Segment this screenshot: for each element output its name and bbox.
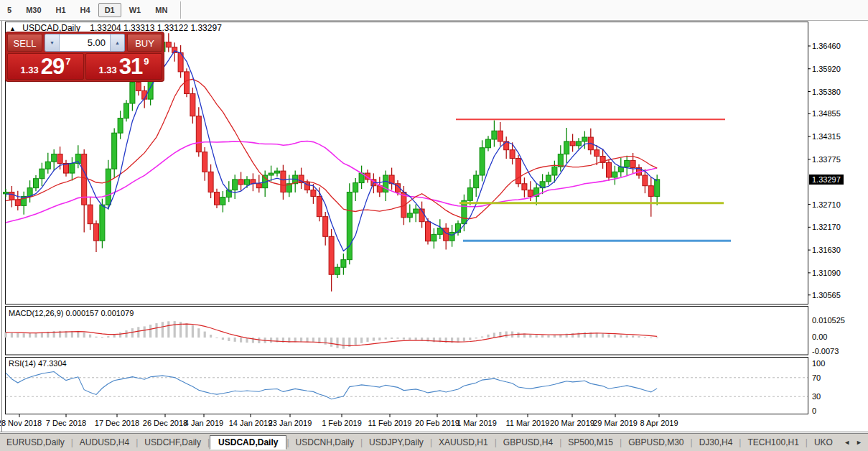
buy-button[interactable]: BUY (127, 34, 162, 52)
price-axis-label: 1.34315 (812, 132, 841, 141)
volume-decrease-button[interactable]: ▼ (45, 34, 60, 51)
volume-increase-button[interactable]: ▲ (110, 34, 124, 51)
date-axis-label: 11 Feb 2019 (363, 419, 417, 427)
date-axis-label: 1 Mar 2019 (449, 419, 504, 427)
rsi-label: RSI(14) 47.3304 (9, 359, 67, 368)
date-axis-label: 17 Dec 2018 (90, 419, 144, 427)
rsi-axis-label: 0 (812, 406, 816, 415)
price-axis-label: 1.32710 (812, 200, 841, 209)
date-axis-label: 7 Dec 2018 (39, 419, 93, 427)
tab-uko[interactable]: UKO (808, 435, 839, 450)
price-axis-label: 1.36460 (812, 42, 841, 50)
tab-usdchf-daily[interactable]: USDCHF,Daily (138, 435, 207, 450)
macd-axis-label: 0.010525 (812, 316, 845, 325)
macd-axis-label: -0.0073 (812, 347, 839, 355)
macd-axis-label: 0.00 (812, 333, 827, 341)
tab-usdcnh-daily[interactable]: USDCNH,Daily (289, 435, 360, 450)
buy-price-sup: 9 (144, 56, 149, 67)
date-axis-label: 23 Jan 2019 (263, 419, 317, 427)
current-price-tag: 1.33297 (809, 175, 844, 185)
tab-usdjpy-daily[interactable]: USDJPY,Daily (363, 435, 430, 450)
rsi-axis-label: 70 (812, 373, 821, 382)
date-axis-label: 8 Apr 2019 (632, 419, 686, 427)
tab-eurusd-daily[interactable]: EURUSD,Daily (0, 435, 71, 450)
chart-symbol-label: USDCAD,Daily (22, 23, 80, 33)
buy-price-box[interactable]: 1.33 31 9 (85, 53, 162, 80)
tab-audusd-h4[interactable]: AUDUSD,H4 (73, 435, 136, 450)
date-axis-label: 1 Feb 2019 (314, 419, 369, 427)
volume-stepper: ▼ ▲ (45, 34, 125, 52)
rsi-axis-label: 100 (812, 359, 825, 368)
price-axis-label: 1.34855 (812, 109, 841, 118)
tab-scroll-controls: ◄► (844, 439, 868, 446)
tab-gbpusd-h4[interactable]: GBPUSD,H4 (497, 435, 559, 450)
tab-scroll-right-icon[interactable]: ► (856, 439, 862, 446)
tab-scroll-left-icon[interactable]: ◄ (844, 439, 850, 446)
tab-tech100-h1[interactable]: TECH100,H1 (741, 435, 805, 450)
sell-price-sup: 7 (65, 56, 70, 67)
chart-title: ▲ USDCAD,Daily 1.33204 1.33313 1.33122 1… (9, 23, 222, 33)
sell-price-small: 1.33 (20, 65, 38, 75)
sell-button[interactable]: SELL (7, 34, 42, 52)
chart-ohlc-readout: 1.33204 1.33313 1.33122 1.33297 (90, 23, 222, 33)
trading-app-window: 5M30H1H4D1W1MN ▲ USDCAD,Daily 1.33204 1.… (0, 0, 868, 451)
sell-price-big: 29 (41, 54, 64, 80)
tab-xauusd-h1[interactable]: XAUUSD,H1 (432, 435, 495, 450)
buy-price-big: 31 (119, 54, 142, 80)
collapse-arrow-icon[interactable]: ▲ (9, 25, 16, 32)
price-axis-label: 1.30565 (812, 291, 841, 299)
tab-dj30-h4[interactable]: DJ30,H4 (693, 435, 739, 450)
price-axis-label: 1.32170 (812, 223, 841, 231)
tab-usdcad-daily[interactable]: USDCAD,Daily (210, 435, 286, 450)
sell-price-box[interactable]: 1.33 29 7 (7, 53, 84, 80)
macd-label: MACD(12,26,9) 0.000157 0.001079 (9, 309, 134, 317)
volume-input[interactable] (60, 34, 110, 51)
symbol-tab-bar: EURUSD,Daily|AUDUSD,H4|USDCHF,Daily|USDC… (0, 433, 868, 451)
rsi-axis-label: 30 (812, 392, 821, 401)
buy-price-small: 1.33 (98, 65, 116, 75)
price-axis-label: 1.31090 (812, 269, 841, 277)
price-axis-label: 1.31630 (812, 246, 841, 254)
chevron-up-icon: ▲ (115, 40, 120, 45)
tab-sp500-m15[interactable]: SP500,M15 (561, 435, 620, 450)
one-click-trade-panel: SELL ▼ ▲ BUY 1.33 29 7 1.33 31 9 (6, 32, 164, 81)
price-axis-label: 1.35380 (812, 88, 841, 96)
chevron-down-icon: ▼ (50, 40, 55, 45)
price-axis-label: 1.33775 (812, 155, 841, 164)
tab-gbpusd-m30[interactable]: GBPUSD,M30 (622, 435, 690, 450)
price-axis-label: 1.35920 (812, 65, 841, 73)
